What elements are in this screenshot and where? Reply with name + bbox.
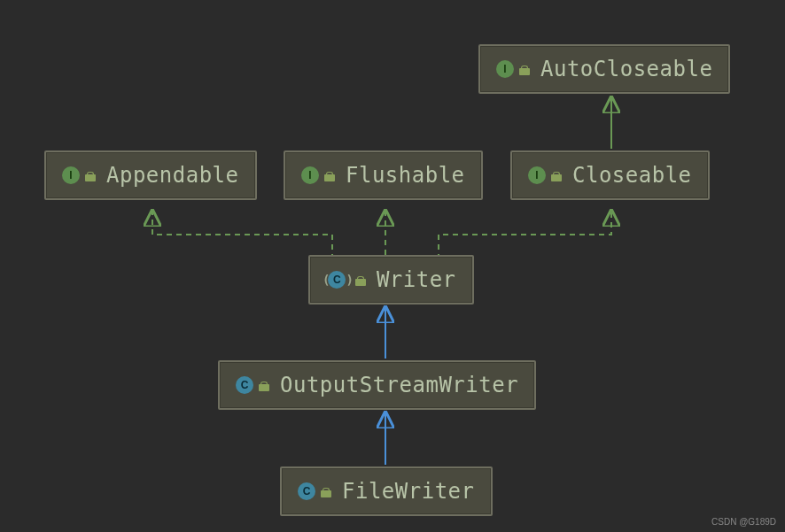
node-label: AutoCloseable <box>540 57 712 81</box>
node-autocloseable[interactable]: I AutoCloseable <box>478 44 730 94</box>
lock-icon <box>85 170 96 181</box>
watermark-text: CSDN @G189D <box>711 517 776 527</box>
node-outputstreamwriter[interactable]: C OutputStreamWriter <box>218 360 536 410</box>
class-icon: C <box>236 376 253 394</box>
node-writer[interactable]: ( C ) Writer <box>308 255 474 305</box>
node-label: OutputStreamWriter <box>280 373 518 397</box>
node-label: Writer <box>377 267 456 292</box>
class-icon: C <box>328 271 346 289</box>
lock-icon <box>259 380 269 390</box>
node-label: FileWriter <box>342 479 475 504</box>
node-label: Closeable <box>572 163 692 188</box>
lock-icon <box>519 64 530 74</box>
class-icon: C <box>298 482 315 500</box>
lock-icon <box>324 170 335 181</box>
node-appendable[interactable]: I Appendable <box>44 150 257 200</box>
lock-icon <box>321 486 331 497</box>
abstract-paren: ) <box>346 273 353 287</box>
node-label: Appendable <box>106 163 239 188</box>
interface-icon: I <box>301 166 319 184</box>
lock-icon <box>355 274 366 285</box>
node-filewriter[interactable]: C FileWriter <box>280 466 493 516</box>
interface-icon: I <box>62 166 80 184</box>
interface-icon: I <box>496 60 514 78</box>
interface-icon: I <box>528 166 546 184</box>
lock-icon <box>551 170 562 181</box>
node-closeable[interactable]: I Closeable <box>510 150 710 200</box>
node-flushable[interactable]: I Flushable <box>284 150 483 200</box>
node-label: Flushable <box>346 163 465 188</box>
